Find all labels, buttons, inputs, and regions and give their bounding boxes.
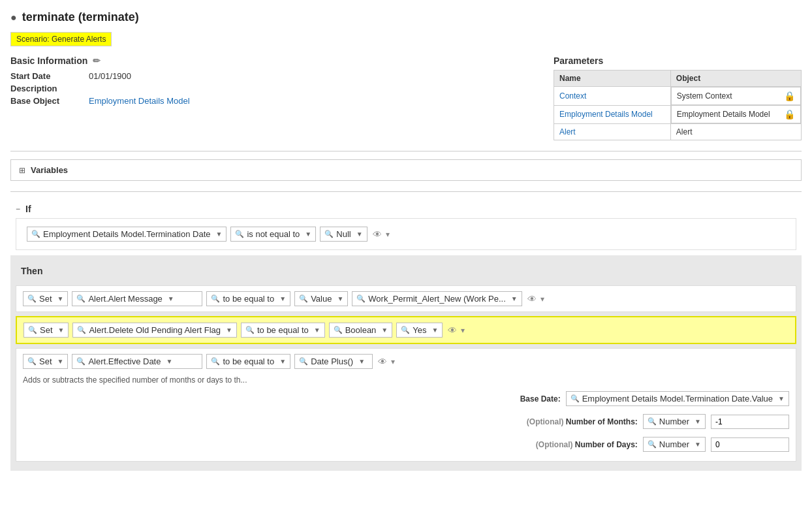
then3-func-search-icon: 🔍 bbox=[299, 357, 308, 366]
base-object-value[interactable]: Employment Details Model bbox=[89, 96, 190, 106]
then2-set-search-icon: 🔍 bbox=[28, 326, 37, 334]
months-type-search-icon: 🔍 bbox=[648, 417, 657, 426]
start-date-label: Start Date bbox=[10, 71, 89, 81]
days-optional-label: (Optional) bbox=[536, 440, 573, 449]
days-type-select[interactable]: 🔍 Number ▼ bbox=[643, 437, 706, 452]
then3-set-select[interactable]: 🔍 Set ▼ bbox=[23, 354, 68, 369]
then2-field-search-icon: 🔍 bbox=[77, 326, 86, 334]
params-col-object: Object bbox=[670, 71, 801, 87]
then3-func-value: Date Plus() bbox=[311, 357, 353, 366]
then3-eye-button[interactable]: 👁 bbox=[377, 355, 388, 368]
if-field1-value: Employment Details Model.Termination Dat… bbox=[43, 229, 211, 239]
then2-field-select[interactable]: 🔍 Alert.Delete Old Pending Alert Flag ▼ bbox=[72, 323, 237, 338]
base-date-row: Base Date: 🔍 Employment Details Model.Te… bbox=[23, 387, 789, 410]
base-date-select[interactable]: 🔍 Employment Details Model.Termination D… bbox=[566, 391, 789, 406]
then-header: Then bbox=[10, 261, 802, 281]
page-title: terminate (terminate) bbox=[22, 10, 139, 24]
if-value-select[interactable]: 🔍 Null ▼ bbox=[320, 227, 367, 242]
then2-field-value: Alert.Delete Old Pending Alert Flag bbox=[89, 325, 221, 335]
params-context-name[interactable]: Context bbox=[559, 91, 586, 101]
then1-set-select[interactable]: 🔍 Set ▼ bbox=[23, 291, 68, 306]
then3-func-arrow: ▼ bbox=[358, 358, 365, 365]
if-section: − If 🔍 Employment Details Model.Terminat… bbox=[10, 200, 802, 250]
params-context-object: System Context bbox=[677, 91, 732, 101]
basic-info-title: Basic Information bbox=[10, 56, 87, 66]
then1-op-arrow: ▼ bbox=[279, 295, 286, 302]
params-alert-name[interactable]: Alert bbox=[559, 127, 576, 136]
then1-val-select[interactable]: 🔍 Work_Permit_Alert_New (Work Pe... ▼ bbox=[352, 291, 522, 306]
months-type-value: Number bbox=[659, 417, 689, 426]
then2-add-button[interactable]: ▾ bbox=[460, 325, 466, 336]
title-dot: ● bbox=[10, 12, 17, 24]
base-date-label: Base Date: bbox=[456, 394, 561, 404]
if-field1-select[interactable]: 🔍 Employment Details Model.Termination D… bbox=[27, 227, 226, 242]
then2-type-select[interactable]: 🔍 Boolean ▼ bbox=[329, 323, 393, 338]
start-date-value: 01/01/1900 bbox=[89, 71, 131, 81]
date-plus-description: Adds or subtracts the specified number o… bbox=[23, 373, 789, 387]
date-plus-fields: Adds or subtracts the specified number o… bbox=[23, 373, 789, 456]
then-row-1: 🔍 Set ▼ 🔍 Alert.Alert Message ▼ 🔍 to be … bbox=[16, 285, 796, 312]
then2-set-value: Set bbox=[40, 325, 53, 335]
then2-field-arrow: ▼ bbox=[226, 326, 232, 334]
then1-val-arrow: ▼ bbox=[511, 295, 518, 302]
then2-set-select[interactable]: 🔍 Set ▼ bbox=[23, 323, 69, 338]
parameters-title: Parameters bbox=[554, 56, 802, 66]
if-collapse-icon[interactable]: − bbox=[16, 204, 20, 214]
if-op-select[interactable]: 🔍 is not equal to ▼ bbox=[230, 227, 316, 242]
then2-val-select[interactable]: 🔍 Yes ▼ bbox=[396, 323, 443, 338]
then2-val-value: Yes bbox=[413, 325, 426, 335]
then2-op-value: to be equal to bbox=[257, 325, 309, 335]
base-date-arrow: ▼ bbox=[778, 395, 785, 402]
months-input[interactable] bbox=[711, 415, 789, 429]
if-field1-search-icon: 🔍 bbox=[31, 230, 40, 238]
then1-type-select[interactable]: 🔍 Value ▼ bbox=[294, 291, 348, 306]
then3-set-arrow: ▼ bbox=[57, 358, 64, 365]
then-row-2: 🔍 Set ▼ 🔍 Alert.Delete Old Pending Alert… bbox=[16, 316, 796, 344]
months-type-select[interactable]: 🔍 Number ▼ bbox=[643, 414, 706, 429]
then3-op-arrow: ▼ bbox=[279, 358, 286, 365]
then1-set-value: Set bbox=[39, 294, 52, 304]
if-add-button[interactable]: ▾ bbox=[384, 229, 391, 240]
months-label: (Optional) Number of Months: bbox=[527, 417, 638, 426]
days-type-arrow: ▼ bbox=[695, 441, 701, 448]
then2-set-arrow: ▼ bbox=[58, 326, 65, 334]
then1-type-arrow: ▼ bbox=[337, 295, 343, 302]
then1-op-select[interactable]: 🔍 to be equal to ▼ bbox=[206, 291, 290, 306]
then3-add-button[interactable]: ▾ bbox=[390, 356, 396, 368]
then1-add-button[interactable]: ▾ bbox=[539, 293, 546, 305]
then2-op-select[interactable]: 🔍 to be equal to ▼ bbox=[241, 323, 325, 338]
then1-op-search-icon: 🔍 bbox=[211, 294, 220, 303]
if-value-search-icon: 🔍 bbox=[324, 230, 334, 238]
params-edm-name[interactable]: Employment Details Model bbox=[559, 110, 653, 119]
then1-type-search-icon: 🔍 bbox=[299, 294, 308, 303]
base-object-label: Base Object bbox=[10, 96, 89, 106]
months-type-arrow: ▼ bbox=[695, 418, 701, 425]
params-col-name: Name bbox=[554, 71, 671, 87]
then1-field-select[interactable]: 🔍 Alert.Alert Message ▼ bbox=[72, 291, 202, 306]
edit-icon[interactable]: ✏ bbox=[93, 56, 101, 66]
variables-expand-icon[interactable]: ⊞ bbox=[19, 166, 25, 175]
then-section: Then 🔍 Set ▼ 🔍 Alert.Alert Message ▼ 🔍 t… bbox=[10, 255, 802, 471]
then1-val-value: Work_Permit_Alert_New (Work Pe... bbox=[368, 294, 505, 304]
then2-eye-button[interactable]: 👁 bbox=[446, 324, 458, 337]
base-date-value: Employment Details Model.Termination Dat… bbox=[582, 394, 773, 404]
then1-field-value: Alert.Alert Message bbox=[88, 294, 162, 304]
days-type-value: Number bbox=[659, 439, 689, 449]
then3-set-search-icon: 🔍 bbox=[27, 357, 37, 366]
lock-icon-edm: 🔒 bbox=[784, 109, 795, 119]
lock-icon-context: 🔒 bbox=[784, 91, 795, 101]
then3-field-select[interactable]: 🔍 Alert.Effective Date ▼ bbox=[72, 354, 202, 369]
then3-op-select[interactable]: 🔍 to be equal to ▼ bbox=[206, 354, 290, 369]
then1-set-arrow: ▼ bbox=[57, 295, 64, 302]
days-input[interactable] bbox=[711, 437, 789, 452]
description-label: Description bbox=[10, 84, 89, 93]
then1-eye-button[interactable]: 👁 bbox=[526, 293, 538, 306]
then3-field-search-icon: 🔍 bbox=[76, 357, 86, 366]
if-eye-button[interactable]: 👁 bbox=[371, 228, 383, 241]
if-op-search-icon: 🔍 bbox=[235, 230, 244, 238]
then2-op-search-icon: 🔍 bbox=[245, 326, 255, 334]
if-value-arrow-icon: ▼ bbox=[356, 230, 363, 238]
days-type-search-icon: 🔍 bbox=[648, 440, 657, 449]
then3-op-search-icon: 🔍 bbox=[211, 357, 220, 366]
then3-func-select[interactable]: 🔍 Date Plus() ▼ bbox=[294, 354, 373, 369]
